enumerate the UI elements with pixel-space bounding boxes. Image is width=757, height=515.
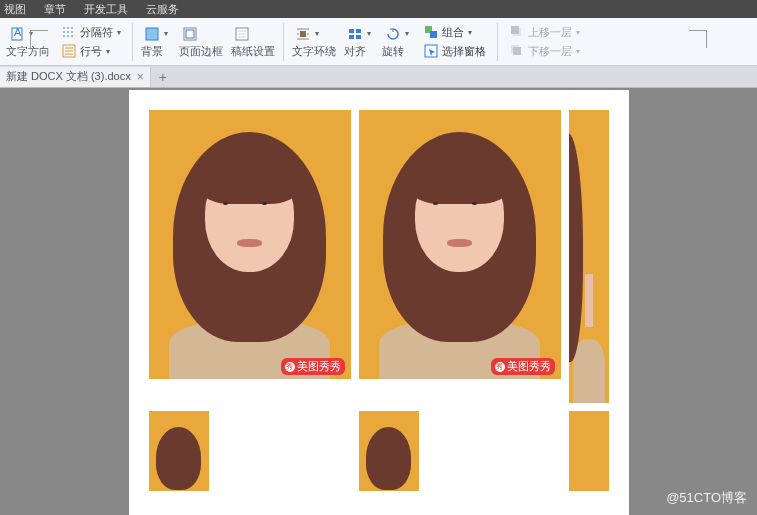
- separator-button[interactable]: 分隔符▾: [58, 23, 124, 41]
- page-border-icon: [182, 26, 198, 42]
- send-backward-button[interactable]: 下移一层▾: [506, 42, 583, 60]
- rotate-label: 旋转: [382, 44, 412, 59]
- document-tab-bar: 新建 DOCX 文档 (3).docx × +: [0, 66, 757, 88]
- document-tab[interactable]: 新建 DOCX 文档 (3).docx ×: [0, 67, 151, 87]
- menu-view[interactable]: 视图: [4, 2, 26, 17]
- group-icon: [423, 24, 439, 40]
- svg-rect-16: [511, 26, 519, 34]
- line-number-button[interactable]: 行号▾: [58, 42, 124, 60]
- background-button[interactable]: ▾: [141, 25, 171, 43]
- page-border-label: 页面边框: [179, 44, 223, 59]
- document-page[interactable]: 美图秀秀 美图秀秀: [129, 90, 629, 515]
- text-direction-icon: A: [9, 26, 25, 42]
- svg-rect-13: [430, 31, 437, 38]
- image-watermark: 美图秀秀: [281, 358, 345, 375]
- send-backward-icon: [509, 43, 525, 59]
- svg-rect-7: [300, 31, 306, 37]
- bring-forward-button[interactable]: 上移一层▾: [506, 23, 583, 41]
- manuscript-icon: [234, 26, 250, 42]
- align-button[interactable]: ▾: [344, 25, 374, 43]
- text-wrap-label: 文字环绕: [292, 44, 336, 59]
- svg-rect-3: [146, 28, 158, 40]
- svg-rect-10: [349, 35, 354, 39]
- text-wrap-icon: [295, 26, 311, 42]
- page-border-button[interactable]: [179, 25, 223, 43]
- bring-forward-icon: [509, 24, 525, 40]
- tab-label: 新建 DOCX 文档 (3).docx: [6, 69, 131, 84]
- align-icon: [347, 26, 363, 42]
- rotate-icon: [385, 26, 401, 42]
- separator-icon: [61, 24, 77, 40]
- close-tab-icon[interactable]: ×: [137, 70, 144, 84]
- background-label: 背景: [141, 44, 171, 59]
- separator: [497, 23, 498, 61]
- svg-rect-8: [349, 29, 354, 33]
- group-button[interactable]: 组合▾: [420, 23, 489, 41]
- menu-cloud[interactable]: 云服务: [146, 2, 179, 17]
- selection-pane-icon: [423, 43, 439, 59]
- svg-rect-18: [513, 47, 521, 55]
- separator: [283, 23, 284, 61]
- align-label: 对齐: [344, 44, 374, 59]
- inserted-image[interactable]: [569, 110, 609, 403]
- ribbon-toolbar: A ▾ 文字方向 分隔符▾ 行号▾ ▾ 背景 页面边框 稿纸设置: [0, 18, 757, 66]
- image-watermark: 美图秀秀: [491, 358, 555, 375]
- inserted-image[interactable]: [149, 411, 209, 491]
- line-number-icon: [61, 43, 77, 59]
- separator: [132, 23, 133, 61]
- page-source-watermark: @51CTO博客: [666, 489, 747, 507]
- text-wrap-button[interactable]: ▾: [292, 25, 336, 43]
- new-tab-button[interactable]: +: [151, 69, 175, 85]
- menu-chapter[interactable]: 章节: [44, 2, 66, 17]
- background-icon: [144, 26, 160, 42]
- menu-bar: 视图 章节 开发工具 云服务: [0, 0, 757, 18]
- menu-devtools[interactable]: 开发工具: [84, 2, 128, 17]
- inserted-image[interactable]: 美图秀秀: [149, 110, 351, 379]
- document-workspace: 美图秀秀 美图秀秀: [0, 88, 757, 515]
- selection-pane-button[interactable]: 选择窗格: [420, 42, 489, 60]
- inserted-image[interactable]: [569, 411, 609, 491]
- manuscript-label: 稿纸设置: [231, 44, 275, 59]
- svg-rect-11: [356, 35, 361, 39]
- svg-text:A: A: [14, 26, 22, 38]
- svg-rect-9: [356, 29, 361, 33]
- manuscript-button[interactable]: [231, 25, 275, 43]
- rotate-button[interactable]: ▾: [382, 25, 412, 43]
- inserted-image[interactable]: [359, 411, 419, 491]
- inserted-image[interactable]: 美图秀秀: [359, 110, 561, 379]
